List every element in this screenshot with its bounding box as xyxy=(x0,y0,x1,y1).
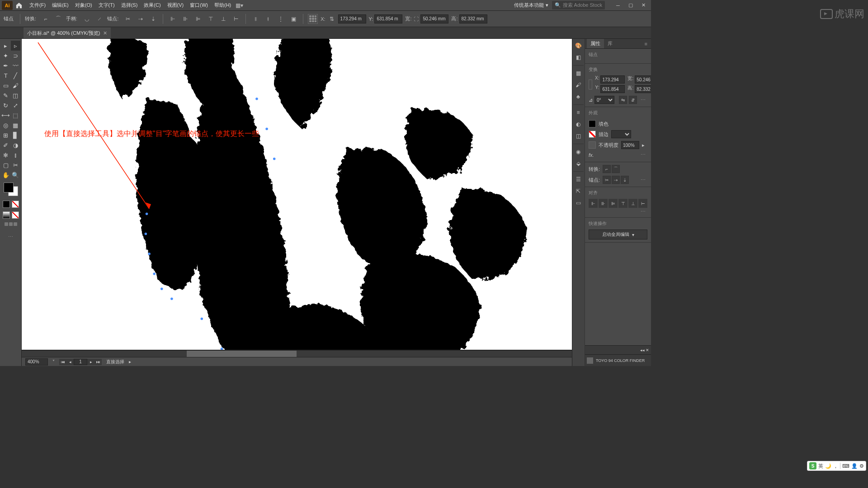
rectangle-tool[interactable]: ▭ xyxy=(1,80,11,90)
gradient-tool[interactable]: ▊ xyxy=(11,130,21,140)
zoom-input[interactable] xyxy=(25,358,48,366)
minimize-button[interactable]: ─ xyxy=(612,1,624,9)
document-tab[interactable]: 小目标.ai* @ 400% (CMYK/预览) ✕ xyxy=(24,28,111,38)
align-bottom-icon[interactable]: ⊢ xyxy=(231,14,241,24)
appearance-more-icon[interactable]: ⋯ xyxy=(639,152,647,158)
stroke-mode[interactable] xyxy=(12,201,19,208)
maximize-button[interactable]: ▢ xyxy=(625,1,637,9)
graphic-styles-icon[interactable]: ⬙ xyxy=(573,159,583,169)
align-left-icon[interactable]: ⊩ xyxy=(168,14,178,24)
graph-tool[interactable]: ⫿ xyxy=(11,150,21,160)
artboard-number-input[interactable] xyxy=(74,359,87,365)
hand-tool[interactable]: ✋ xyxy=(1,170,11,180)
panel-remove-anchor-icon[interactable]: ✂ xyxy=(603,176,611,184)
menu-edit[interactable]: 编辑(E) xyxy=(49,0,72,10)
opacity-input[interactable] xyxy=(621,141,639,149)
menu-window[interactable]: 窗口(W) xyxy=(187,0,211,10)
panel-cut-icon[interactable]: ⇣ xyxy=(621,176,629,184)
align-more-icon[interactable]: ⋯ xyxy=(639,209,647,215)
panel-align-left-icon[interactable]: ⊩ xyxy=(589,199,598,208)
transparency-panel-icon[interactable]: ◫ xyxy=(573,131,583,141)
isolate-icon[interactable]: ▣ xyxy=(288,14,298,24)
perspective-tool[interactable]: ▦ xyxy=(11,120,21,130)
tab-close-icon[interactable]: ✕ xyxy=(103,30,107,36)
swatches-icon[interactable]: ▦ xyxy=(573,68,583,78)
stroke-panel-icon[interactable]: ≡ xyxy=(573,108,583,117)
slice-tool[interactable]: ✂ xyxy=(11,160,21,170)
zoom-tool[interactable]: 🔍 xyxy=(11,170,21,180)
fill-mode[interactable] xyxy=(3,201,10,208)
distribute-h-icon[interactable]: ⫴ xyxy=(250,14,260,24)
artboard-tool[interactable]: ▢ xyxy=(1,160,11,170)
distribute-spacing-icon[interactable]: ⋮ xyxy=(276,14,286,24)
none-mode[interactable] xyxy=(12,211,19,219)
panel-w-input[interactable] xyxy=(635,75,651,84)
color-picker[interactable] xyxy=(3,183,19,196)
tab-libraries[interactable]: 库 xyxy=(604,39,616,48)
shape-builder-tool[interactable]: ◎ xyxy=(1,120,11,130)
swatch-collapse-icon[interactable]: ◂◂ xyxy=(640,348,645,352)
foreground-swatch[interactable] xyxy=(4,183,14,192)
handle-hide-icon[interactable]: ⟋ xyxy=(94,14,104,24)
panel-align-bottom-icon[interactable]: ⊢ xyxy=(638,199,647,208)
panel-connect-icon[interactable]: ⇢ xyxy=(612,176,620,184)
asset-export-icon[interactable]: ⇱ xyxy=(573,186,583,196)
panel-x-input[interactable] xyxy=(600,75,625,84)
gradient-mode[interactable] xyxy=(3,211,10,219)
anchor-more-icon[interactable]: ⋯ xyxy=(639,177,647,183)
eraser-tool[interactable]: ◫ xyxy=(11,90,21,100)
layers-panel-icon[interactable]: ☰ xyxy=(573,174,583,184)
panel-align-hcenter-icon[interactable]: ⊪ xyxy=(599,199,608,208)
width-tool[interactable]: ⟷ xyxy=(1,110,11,120)
artboards-panel-icon[interactable]: ▭ xyxy=(573,198,583,208)
next-artboard-icon[interactable]: ▸ xyxy=(87,359,94,365)
reference-point[interactable] xyxy=(308,14,318,24)
rotate-tool[interactable]: ↻ xyxy=(1,100,11,110)
menu-file[interactable]: 文件(F) xyxy=(26,0,49,10)
zoom-dropdown-icon[interactable]: ˅ xyxy=(52,359,55,364)
magic-wand-tool[interactable]: ✦ xyxy=(1,51,11,61)
align-top-icon[interactable]: ⊤ xyxy=(206,14,216,24)
panel-align-top-icon[interactable]: ⊤ xyxy=(618,199,627,208)
screen-mode-1[interactable] xyxy=(5,222,8,226)
menu-type[interactable]: 文字(T) xyxy=(95,0,118,10)
selection-tool[interactable]: ▸ xyxy=(1,41,11,51)
lasso-tool[interactable]: ⊃ xyxy=(11,51,21,61)
cut-path-icon[interactable]: ⇣ xyxy=(148,14,158,24)
opacity-dropdown-icon[interactable]: ▸ xyxy=(642,142,645,148)
direct-selection-tool[interactable]: ▹ xyxy=(11,41,21,51)
home-icon[interactable] xyxy=(14,1,24,10)
shaper-tool[interactable]: ✎ xyxy=(1,90,11,100)
mesh-tool[interactable]: ⊞ xyxy=(1,130,11,140)
align-vcenter-icon[interactable]: ⊥ xyxy=(218,14,228,24)
panel-reference-point[interactable] xyxy=(589,80,592,89)
edit-toolbar-icon[interactable]: ⋯ xyxy=(6,232,15,241)
paintbrush-tool[interactable]: 🖌 xyxy=(11,80,21,90)
eyedropper-tool[interactable]: ✐ xyxy=(1,140,11,150)
panel-convert-smooth-icon[interactable]: ⌒ xyxy=(612,165,620,173)
swatch-close-icon[interactable]: ✕ xyxy=(646,348,649,352)
flip-h-icon[interactable]: ⇋ xyxy=(619,96,627,104)
link-wh-icon[interactable]: ⛶ xyxy=(413,14,419,24)
connect-anchor-icon[interactable]: ⇢ xyxy=(136,14,146,24)
transform-more-icon[interactable]: ⋯ xyxy=(639,97,647,103)
flip-v-icon[interactable]: ⇵ xyxy=(629,96,637,104)
align-right-icon[interactable]: ⊫ xyxy=(193,14,203,24)
canvas[interactable]: 使用【直接选择工具】选中并调整"目"字笔画的锚点，使其更长一些 xyxy=(22,39,572,350)
workspace-switcher[interactable]: 传统基本功能▾ xyxy=(510,0,552,10)
symbol-sprayer-tool[interactable]: ✻ xyxy=(1,150,11,160)
opt-w-input[interactable] xyxy=(420,14,448,23)
free-transform-tool[interactable]: ⬚ xyxy=(11,110,21,120)
pen-tool[interactable]: ✒ xyxy=(1,61,11,70)
menu-view[interactable]: 视图(V) xyxy=(164,0,187,10)
distribute-v-icon[interactable]: ⫲ xyxy=(263,14,273,24)
prev-artboard-icon[interactable]: ◂ xyxy=(66,359,74,365)
panel-align-vcenter-icon[interactable]: ⊥ xyxy=(628,199,637,208)
arrange-docs-icon[interactable]: ▦▾ xyxy=(234,0,244,10)
opacity-swatch[interactable] xyxy=(589,141,596,149)
opt-h-input[interactable] xyxy=(459,14,487,23)
opt-y-input[interactable] xyxy=(374,14,402,23)
menu-object[interactable]: 对象(O) xyxy=(72,0,95,10)
last-artboard-icon[interactable]: ⏭ xyxy=(94,359,102,365)
horizontal-scrollbar[interactable] xyxy=(22,351,572,357)
